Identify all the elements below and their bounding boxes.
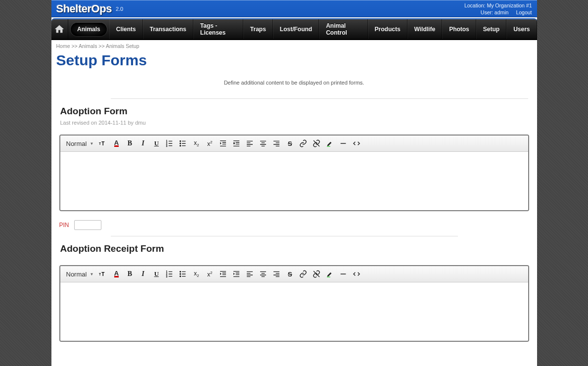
horizontal-rule-icon[interactable] — [337, 268, 349, 280]
link-icon[interactable] — [297, 137, 309, 149]
format-select[interactable]: Normal ▼ — [63, 270, 96, 279]
bold-icon[interactable]: B — [124, 137, 136, 149]
logo-text: ShelterOps — [56, 2, 112, 15]
align-left-icon[interactable] — [244, 137, 256, 149]
location-label: Location: My Organization #1 — [464, 2, 532, 9]
svg-text:T: T — [99, 142, 101, 145]
font-color-icon[interactable]: A — [110, 137, 122, 149]
svg-point-51 — [180, 271, 181, 272]
divider — [111, 236, 458, 236]
superscript-icon[interactable]: x2 — [204, 268, 216, 280]
underline-icon[interactable]: U — [150, 137, 162, 149]
pin-input[interactable] — [74, 220, 101, 230]
outdent-icon[interactable] — [217, 268, 229, 280]
nav-item-photos[interactable]: Photos — [442, 19, 476, 39]
align-center-icon[interactable] — [257, 268, 269, 280]
strikethrough-icon[interactable]: S — [284, 137, 296, 149]
unlink-icon[interactable] — [311, 268, 322, 280]
page-title: Setup Forms — [51, 51, 537, 77]
logo-version: 2.0 — [116, 6, 123, 12]
top-bar: ShelterOps 2.0 Location: My Organization… — [51, 0, 537, 17]
font-color-icon[interactable]: A — [110, 268, 122, 280]
indent-icon[interactable] — [230, 268, 242, 280]
main-nav: Animals Clients Transactions Tags - Lice… — [51, 18, 537, 40]
adoption-form-section: Adoption Form Last revised on 2014-11-11… — [51, 104, 537, 211]
subscript-icon[interactable]: x2 — [190, 137, 202, 149]
code-view-icon[interactable] — [351, 137, 362, 149]
nav-item-wildlife[interactable]: Wildlife — [407, 19, 443, 39]
receipt-editor: Normal ▼ TT A B I U 123 x2 x2 S — [59, 265, 529, 342]
logo: ShelterOps 2.0 — [56, 2, 124, 15]
svg-text:T: T — [102, 141, 105, 146]
svg-text:3: 3 — [166, 145, 168, 147]
superscript-icon[interactable]: x2 — [204, 137, 216, 149]
nav-item-animal-control[interactable]: Animal Control — [319, 19, 367, 39]
align-right-icon[interactable] — [271, 137, 282, 149]
indent-icon[interactable] — [230, 137, 242, 149]
nav-item-transactions[interactable]: Transactions — [143, 19, 193, 39]
nav-item-tags-licenses[interactable]: Tags - Licenses — [193, 19, 243, 39]
italic-icon[interactable]: I — [137, 137, 149, 149]
highlight-icon[interactable] — [324, 268, 336, 280]
ordered-list-icon[interactable]: 123 — [164, 268, 176, 280]
breadcrumb-animals-setup[interactable]: Animals Setup — [106, 43, 139, 49]
nav-home-icon[interactable] — [51, 19, 69, 39]
svg-point-53 — [180, 276, 181, 277]
svg-text:T: T — [99, 273, 101, 276]
highlight-icon[interactable] — [324, 137, 336, 149]
outdent-icon[interactable] — [217, 137, 229, 149]
svg-point-11 — [180, 140, 181, 141]
unlink-icon[interactable] — [311, 137, 322, 149]
horizontal-rule-icon[interactable] — [337, 137, 349, 149]
font-size-icon[interactable]: TT — [97, 137, 109, 149]
breadcrumb-home[interactable]: Home — [56, 43, 70, 49]
nav-item-setup[interactable]: Setup — [476, 19, 506, 39]
svg-point-13 — [180, 145, 181, 146]
nav-item-animals[interactable]: Animals — [71, 23, 107, 36]
format-select[interactable]: Normal ▼ — [63, 139, 96, 148]
subscript-icon[interactable]: x2 — [190, 268, 202, 280]
receipt-editor-body[interactable] — [60, 282, 528, 341]
adoption-editor-body[interactable] — [60, 152, 528, 210]
receipt-form-title: Adoption Receipt Form — [59, 241, 529, 265]
svg-marker-58 — [220, 273, 222, 275]
svg-text:3: 3 — [166, 275, 168, 278]
pin-label: PIN — [59, 222, 69, 229]
svg-text:T: T — [102, 272, 105, 277]
font-size-icon[interactable]: TT — [97, 268, 109, 280]
nav-item-lost-found[interactable]: Lost/Found — [273, 19, 319, 39]
receipt-form-section: Adoption Receipt Form Normal ▼ TT A B I … — [51, 241, 537, 342]
svg-rect-38 — [327, 146, 330, 146]
unordered-list-icon[interactable] — [177, 268, 189, 280]
underline-icon[interactable]: U — [150, 268, 162, 280]
editor-toolbar: Normal ▼ TT A B I U 123 x2 x2 S — [60, 266, 528, 282]
svg-point-12 — [180, 143, 181, 144]
unordered-list-icon[interactable] — [177, 137, 189, 149]
align-center-icon[interactable] — [257, 137, 269, 149]
strikethrough-icon[interactable]: S — [284, 268, 296, 280]
svg-marker-63 — [233, 273, 235, 275]
page-description: Define additional content to be displaye… — [51, 77, 537, 98]
bold-icon[interactable]: B — [124, 268, 136, 280]
user-label: User: admin — [481, 9, 509, 15]
link-icon[interactable] — [297, 268, 309, 280]
nav-item-traps[interactable]: Traps — [243, 19, 273, 39]
code-view-icon[interactable] — [351, 268, 362, 280]
ordered-list-icon[interactable]: 123 — [164, 137, 176, 149]
nav-item-products[interactable]: Products — [368, 19, 407, 39]
italic-icon[interactable]: I — [137, 268, 149, 280]
align-left-icon[interactable] — [244, 268, 256, 280]
header-meta: Location: My Organization #1 User: admin… — [464, 2, 532, 16]
breadcrumb: Home >> Animals >> Animals Setup — [51, 40, 537, 51]
page-container: ShelterOps 2.0 Location: My Organization… — [51, 0, 537, 366]
adoption-editor: Normal ▼ TT A B I U 123 x2 x2 S — [59, 135, 529, 211]
svg-point-52 — [180, 274, 181, 274]
nav-item-clients[interactable]: Clients — [109, 19, 143, 39]
align-right-icon[interactable] — [271, 268, 282, 280]
logout-link[interactable]: Logout — [516, 9, 532, 15]
breadcrumb-animals[interactable]: Animals — [79, 43, 97, 49]
svg-marker-18 — [220, 142, 222, 144]
nav-item-users[interactable]: Users — [506, 19, 537, 39]
pin-row: PIN — [51, 211, 537, 235]
adoption-form-title: Adoption Form — [59, 104, 529, 119]
